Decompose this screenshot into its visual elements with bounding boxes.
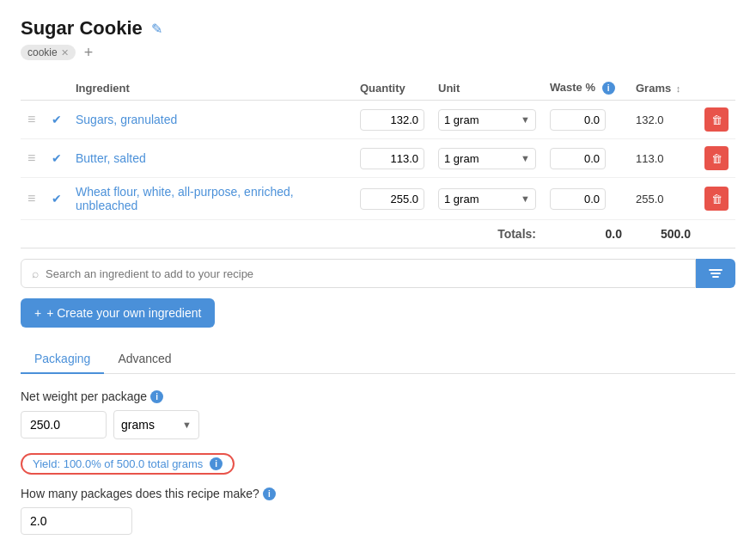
net-weight-input[interactable] [21,411,107,438]
grams-value: 113.0 [636,152,664,165]
unit-cell: 1 gram 1 oz 1 lb 1 kg ▼ [431,139,543,178]
unit-select[interactable]: 1 gram 1 oz 1 lb 1 kg [439,110,515,130]
packages-section: How many packages does this recipe make?… [21,487,735,535]
search-bar-wrapper: ⌕ [21,259,735,288]
totals-grams: 500.0 [629,220,698,248]
waste-cell [543,139,629,178]
quantity-cell [353,101,431,139]
grams-value: 132.0 [636,113,664,126]
waste-input[interactable] [550,148,606,169]
totals-label: Totals: [497,227,536,241]
create-ingredient-label: + Create your own ingredient [46,306,201,320]
waste-info-icon[interactable]: i [602,82,615,95]
unit-select-wrapper: 1 gram 1 oz 1 lb 1 kg ▼ [438,109,536,131]
create-ingredient-plus-icon: + [34,306,41,320]
grams-cell: 255.0 [629,178,698,220]
check-icon: ✔ [52,113,62,126]
drag-handle-icon[interactable]: ≡ [27,112,35,126]
quantity-input[interactable] [360,188,424,210]
th-delete [698,76,735,101]
check-icon: ✔ [52,192,62,205]
drag-handle-cell: ≡ [21,139,45,178]
ingredient-cell: Butter, salted [69,139,353,178]
drag-handle-icon[interactable]: ≡ [27,150,35,165]
edit-icon[interactable]: ✎ [151,21,162,37]
ingredient-link[interactable]: Butter, salted [76,151,146,165]
waste-input[interactable] [550,188,606,210]
quantity-cell [353,178,431,220]
tab-packaging[interactable]: Packaging [21,345,104,374]
check-icon: ✔ [52,151,62,165]
packages-label: How many packages does this recipe make?… [21,487,735,500]
th-quantity: Quantity [353,76,431,101]
quantity-input[interactable] [360,148,424,169]
table-row: ≡ ✔ Wheat flour, white, all-purpose, enr… [21,178,735,220]
tab-advanced[interactable]: Advanced [104,345,185,374]
tag-label: cookie [27,46,58,58]
waste-cell [543,178,629,220]
grams-sort-icon[interactable]: ↕ [676,83,681,94]
grams-value: 255.0 [636,193,664,205]
grams-cell: 113.0 [629,139,698,178]
page-header: Sugar Cookie ✎ [21,17,735,40]
net-weight-label: Net weight per package i [21,389,735,403]
unit-select-wrapper: 1 gram 1 oz 1 lb 1 kg ▼ [438,188,536,210]
ingredient-link[interactable]: Wheat flour, white, all-purpose, enriche… [76,185,294,212]
table-row: ≡ ✔ Sugars, granulated 1 gram 1 oz 1 lb … [21,101,735,139]
th-check [45,76,69,101]
yield-badge[interactable]: Yield: 100.0% of 500.0 total grams i [21,453,235,475]
filter-icon [708,266,723,281]
delete-cell: 🗑 [698,178,735,220]
delete-button[interactable]: 🗑 [704,187,729,211]
tabs-bar: Packaging Advanced [21,345,735,374]
net-weight-section: Net weight per package i grams oz lbs kg… [21,389,735,439]
yield-text: Yield: 100.0% of 500.0 total grams [33,457,203,470]
delete-cell: 🗑 [698,101,735,139]
search-input[interactable] [46,267,685,280]
th-waste: Waste % i [543,76,629,101]
quantity-input[interactable] [360,109,424,131]
tag-bar: cookie ✕ + [21,45,735,60]
packages-input[interactable] [21,507,132,535]
unit-select[interactable]: 1 gram 1 oz 1 lb 1 kg [439,189,515,209]
filter-button[interactable] [696,259,735,288]
tag-remove-icon[interactable]: ✕ [61,48,69,58]
tag-cookie: cookie ✕ [21,45,76,60]
drag-handle-cell: ≡ [21,178,45,220]
th-grams: Grams ↕ [629,76,698,101]
table-row: ≡ ✔ Butter, salted 1 gram 1 oz 1 lb 1 kg… [21,139,735,178]
th-unit: Unit [431,76,543,101]
check-cell: ✔ [45,178,69,220]
drag-handle-cell: ≡ [21,101,45,139]
check-cell: ✔ [45,101,69,139]
unit-dropdown-wrapper: grams oz lbs kg ▼ [113,410,199,439]
unit-select[interactable]: 1 gram 1 oz 1 lb 1 kg [439,149,515,169]
delete-button[interactable]: 🗑 [704,107,729,132]
ingredient-cell: Sugars, granulated [69,101,353,139]
ingredient-cell: Wheat flour, white, all-purpose, enriche… [69,178,353,220]
unit-select-wrapper: 1 gram 1 oz 1 lb 1 kg ▼ [438,148,536,169]
check-cell: ✔ [45,139,69,178]
net-weight-row: grams oz lbs kg ▼ [21,410,735,439]
page-title: Sugar Cookie [21,17,143,40]
quantity-cell [353,139,431,178]
add-tag-button[interactable]: + [82,45,95,60]
drag-handle-icon[interactable]: ≡ [27,191,35,205]
ingredients-table: Ingredient Quantity Unit Waste % i Grams… [21,76,735,248]
yield-info-icon[interactable]: i [210,457,223,470]
grams-cell: 132.0 [629,101,698,139]
totals-waste: 0.0 [543,220,629,248]
unit-dropdown[interactable]: grams oz lbs kg [121,418,182,432]
th-handle [21,76,45,101]
ingredient-link[interactable]: Sugars, granulated [76,113,177,126]
unit-chevron-icon: ▼ [515,114,535,125]
create-ingredient-button[interactable]: + + Create your own ingredient [21,298,215,328]
search-bar: ⌕ [21,259,696,288]
waste-cell [543,101,629,139]
waste-input[interactable] [550,109,606,131]
net-weight-info-icon[interactable]: i [150,390,163,403]
delete-button[interactable]: 🗑 [704,146,729,170]
packages-info-icon[interactable]: i [263,487,276,500]
unit-cell: 1 gram 1 oz 1 lb 1 kg ▼ [431,101,543,139]
unit-chevron-icon: ▼ [515,193,535,204]
